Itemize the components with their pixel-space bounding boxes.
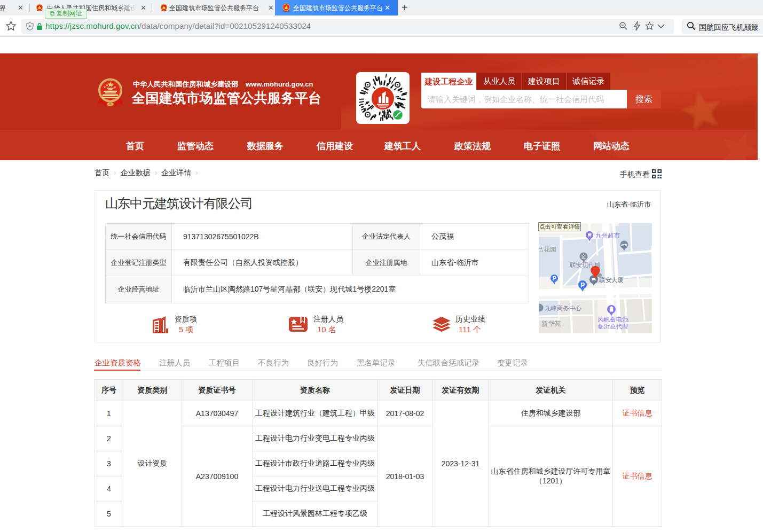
svg-text:新华苑: 新华苑 (541, 320, 562, 327)
svg-text:P: P (553, 275, 556, 281)
svg-text:ATM: ATM (621, 244, 627, 247)
svg-text:风帆蓄电池: 风帆蓄电池 (597, 316, 628, 323)
svg-text:己花园: 己花园 (539, 246, 556, 253)
svg-text:联安大厦: 联安大厦 (599, 277, 624, 283)
svg-text:临沂总代理: 临沂总代理 (597, 323, 628, 330)
svg-text:P: P (580, 281, 585, 289)
svg-text:九州超市: 九州超市 (595, 232, 620, 239)
svg-text:九峰商务中心: 九峰商务中心 (545, 305, 582, 311)
